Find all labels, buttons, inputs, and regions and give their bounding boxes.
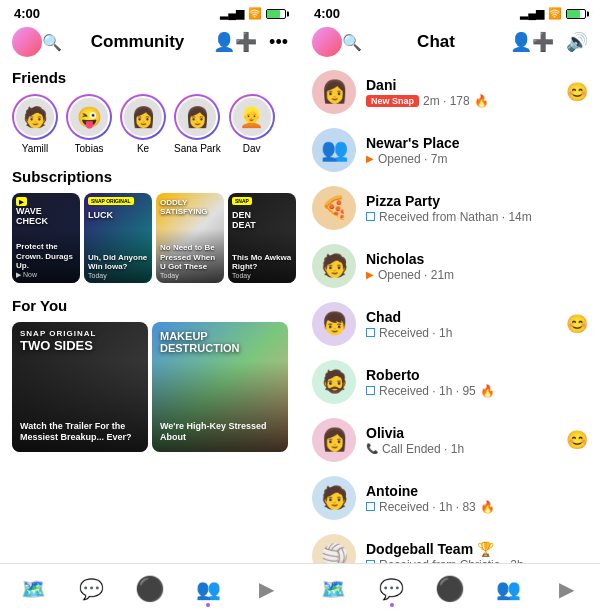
chat-name-dani: Dani — [366, 77, 556, 93]
friend-avatar: 👩 — [122, 96, 164, 138]
sub-label: Uh, Did Anyone Win Iowa? — [88, 253, 148, 272]
chat-sub-olivia: 📞 Call Ended · 1h — [366, 442, 556, 456]
nav-stories[interactable]: ▶ — [538, 564, 596, 613]
chat-sub-roberto: Received · 1h · 95 🔥 — [366, 384, 588, 398]
friend-avatar-wrap: 👩 — [120, 94, 166, 140]
friends-section-title: Friends — [0, 63, 300, 90]
sub-card-death[interactable]: SNAP DENDEAT This Mo Awkwa Right? Today — [228, 193, 296, 283]
chat-sub-dani: New Snap 2m · 178 🔥 — [366, 94, 556, 108]
friend-name: Tobias — [75, 143, 104, 154]
nav-chat[interactable]: 💬 — [362, 564, 420, 613]
user-avatar[interactable] — [12, 27, 42, 57]
for-you-title: MAKEUP DESTRUCTION — [160, 330, 280, 354]
speaker-button[interactable]: 🔊 — [566, 31, 588, 53]
chat-avatar-newars: 👥 — [312, 128, 356, 172]
friend-name: Sana Park — [174, 143, 221, 154]
for-you-label: Watch the Trailer For the Messiest Break… — [20, 421, 140, 444]
chat-item-newars[interactable]: 👥 Newar's Place ▶ Opened · 7m — [300, 121, 600, 179]
flame-icon: 🔥 — [474, 94, 489, 108]
subscriptions-grid: ▶ WAVE CHECK Protect the Crown. Durags U… — [0, 189, 300, 291]
bottom-nav-right: 🗺️ 💬 ⚫ 👥 ▶ — [300, 563, 600, 613]
for-you-label: We're High-Key Stressed About — [160, 421, 280, 444]
nav-map[interactable]: 🗺️ — [304, 564, 362, 613]
for-you-title: SNAP ORIGINAL TWO SIDES — [20, 330, 140, 353]
sub-card-oddly[interactable]: ODDLY SATISFYING No Need to Be Pressed W… — [156, 193, 224, 283]
chat-emoji-chad: 😊 — [566, 313, 588, 335]
chat-item-dani[interactable]: 👩 Dani New Snap 2m · 178 🔥 😊 — [300, 63, 600, 121]
for-you-grid: SNAP ORIGINAL TWO SIDES Watch the Traile… — [0, 318, 300, 460]
chat-time: Received · 1h · 83 — [379, 500, 476, 514]
new-snap-badge: New Snap — [366, 95, 419, 107]
search-button[interactable]: 🔍 — [342, 33, 362, 52]
chat-time: Opened · 21m — [378, 268, 454, 282]
friend-item-ke[interactable]: 👩 Ke — [120, 94, 166, 154]
community-panel: 4:00 ▂▄▆ 🛜 🔍 Community 👤➕ ••• Friends 🧑 … — [0, 0, 300, 613]
flame-icon: 🔥 — [480, 500, 495, 514]
sub-time: Today — [88, 272, 148, 279]
friend-item-tobias[interactable]: 😜 Tobias — [66, 94, 112, 154]
nav-camera[interactable]: ⚫ — [121, 564, 179, 613]
user-avatar[interactable] — [312, 27, 342, 57]
chat-info-roberto: Roberto Received · 1h · 95 🔥 — [366, 367, 588, 398]
add-friend-button[interactable]: 👤➕ — [213, 31, 257, 53]
time-left: 4:00 — [14, 6, 40, 21]
sub-time: Today — [232, 272, 292, 279]
chat-time: Received · 1h · 95 — [379, 384, 476, 398]
signal-icon: ▂▄▆ — [220, 7, 244, 20]
chat-item-pizza[interactable]: 🍕 Pizza Party Received from Nathan · 14m — [300, 179, 600, 237]
chat-name-nicholas: Nicholas — [366, 251, 588, 267]
chat-item-nicholas[interactable]: 🧑 Nicholas ▶ Opened · 21m — [300, 237, 600, 295]
community-title: Community — [62, 32, 213, 52]
friend-avatar: 😜 — [68, 96, 110, 138]
for-you-card-two-sides[interactable]: SNAP ORIGINAL TWO SIDES Watch the Traile… — [12, 322, 148, 452]
chat-item-chad[interactable]: 👦 Chad Received · 1h 😊 — [300, 295, 600, 353]
chat-item-roberto[interactable]: 🧔 Roberto Received · 1h · 95 🔥 — [300, 353, 600, 411]
chat-avatar-antoine: 🧑 — [312, 476, 356, 520]
chat-info-antoine: Antoine Received · 1h · 83 🔥 — [366, 483, 588, 514]
friend-avatar: 👩 — [176, 96, 218, 138]
for-you-card-makeup[interactable]: MAKEUP DESTRUCTION We're High-Key Stress… — [152, 322, 288, 452]
sub-card-luck[interactable]: SNAP ORIGINAL LUCK Uh, Did Anyone Win Io… — [84, 193, 152, 283]
nav-community[interactable]: 👥 — [479, 564, 537, 613]
wifi-icon: 🛜 — [548, 7, 562, 20]
chat-avatar-roberto: 🧔 — [312, 360, 356, 404]
more-button[interactable]: ••• — [269, 32, 288, 53]
chat-title: Chat — [362, 32, 510, 52]
phone-icon: 📞 — [366, 443, 378, 454]
friend-item-yamill[interactable]: 🧑 Yamill — [12, 94, 58, 154]
nav-stories[interactable]: ▶ — [238, 564, 296, 613]
search-button[interactable]: 🔍 — [42, 33, 62, 52]
chat-item-olivia[interactable]: 👩 Olivia 📞 Call Ended · 1h 😊 — [300, 411, 600, 469]
sub-label: Protect the Crown. Durags Up. — [16, 242, 76, 271]
for-you-section-title: For You — [0, 291, 300, 318]
chat-sub-nicholas: ▶ Opened · 21m — [366, 268, 588, 282]
chat-info-dani: Dani New Snap 2m · 178 🔥 — [366, 77, 556, 108]
battery-icon — [566, 9, 586, 19]
received-icon — [366, 502, 375, 511]
nav-chat[interactable]: 💬 — [62, 564, 120, 613]
nav-map[interactable]: 🗺️ — [4, 564, 62, 613]
nav-community[interactable]: 👥 — [179, 564, 237, 613]
friend-avatar: 👱 — [231, 96, 273, 138]
sub-card-wave[interactable]: ▶ WAVE CHECK Protect the Crown. Durags U… — [12, 193, 80, 283]
battery-icon — [266, 9, 286, 19]
chat-time: Call Ended · 1h — [382, 442, 464, 456]
friend-name: Dav — [243, 143, 261, 154]
friend-avatar-wrap: 🧑 — [12, 94, 58, 140]
friend-item-dav[interactable]: 👱 Dav — [229, 94, 275, 154]
subscriptions-section-title: Subscriptions — [0, 162, 300, 189]
status-bar-right: 4:00 ▂▄▆ 🛜 — [300, 0, 600, 23]
received-icon — [366, 386, 375, 395]
friend-item-sana[interactable]: 👩 Sana Park — [174, 94, 221, 154]
time-right: 4:00 — [314, 6, 340, 21]
chat-item-antoine[interactable]: 🧑 Antoine Received · 1h · 83 🔥 — [300, 469, 600, 527]
friends-row: 🧑 Yamill 😜 Tobias 👩 Ke 👩 Sana — [0, 90, 300, 162]
chat-time: Opened · 7m — [378, 152, 447, 166]
nav-camera[interactable]: ⚫ — [421, 564, 479, 613]
chat-name-pizza: Pizza Party — [366, 193, 588, 209]
status-bar-left: 4:00 ▂▄▆ 🛜 — [0, 0, 300, 23]
chat-avatar-pizza: 🍕 — [312, 186, 356, 230]
add-friend-button[interactable]: 👤➕ — [510, 31, 554, 53]
chat-time: Received · 1h — [379, 326, 452, 340]
friend-avatar: 🧑 — [14, 96, 56, 138]
